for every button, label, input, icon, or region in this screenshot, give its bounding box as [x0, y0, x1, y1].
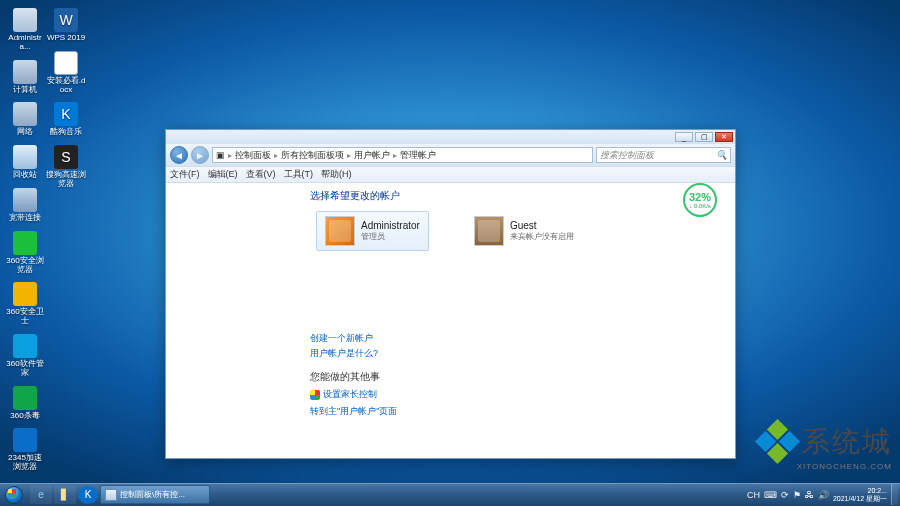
- control-panel-window: _ ▢ ✕ ◄ ► ▣ ▸ 控制面板 ▸ 所有控制面板项 ▸ 用户帐户 ▸ 管理…: [165, 129, 736, 459]
- tencent-mgr-icon: [13, 386, 37, 410]
- other-heading: 您能做的其他事: [310, 370, 715, 384]
- desktop-icon-360-soft[interactable]: 360软件管家: [5, 334, 45, 378]
- account-administrator[interactable]: Administrator 管理员: [316, 211, 429, 251]
- page-heading: 选择希望更改的帐户: [310, 189, 715, 203]
- link-create-account[interactable]: 创建一个新帐户: [310, 332, 715, 345]
- crumb-all[interactable]: 所有控制面板项: [281, 149, 344, 162]
- desktop-icons-col2: WWPS 2019安装必看.docxK酷狗音乐S搜狗高速浏览器: [46, 8, 86, 197]
- crumb-manage[interactable]: 管理帐户: [400, 149, 436, 162]
- desktop-icons-col1: Administra...计算机网络回收站宽带连接360安全浏览器360安全卫士…: [5, 8, 45, 480]
- desktop-icon-quick-bro[interactable]: 2345加速浏览器: [5, 428, 45, 472]
- link-goto-main[interactable]: 转到主"用户帐户"页面: [310, 405, 715, 418]
- menu-item[interactable]: 查看(V): [246, 168, 276, 181]
- desktop-icon-kugou[interactable]: K酷狗音乐: [46, 102, 86, 137]
- icon-label: 360杀毒: [5, 412, 45, 421]
- tray-network-icon[interactable]: 🖧: [805, 490, 814, 500]
- search-icon: 🔍: [716, 150, 727, 160]
- remote-desktop-icon: [13, 188, 37, 212]
- window-thumb-icon: [105, 489, 117, 501]
- pinned-kugou[interactable]: K: [78, 486, 98, 504]
- menu-item[interactable]: 编辑(E): [208, 168, 238, 181]
- link-parental-controls[interactable]: 设置家长控制: [323, 388, 377, 401]
- tray-ime[interactable]: CH: [747, 490, 760, 500]
- task-label: 控制面板\所有控...: [120, 489, 185, 500]
- performance-badge[interactable]: 32% ↓ 0.0K/s: [683, 183, 717, 217]
- wps-icon: W: [54, 8, 78, 32]
- desktop-icon-remote-desktop[interactable]: 宽带连接: [5, 188, 45, 223]
- desktop-icon-360-browser[interactable]: 360安全浏览器: [5, 231, 45, 275]
- chevron-right-icon: ▸: [228, 151, 232, 160]
- clock-date: 2021/4/12 星期一: [833, 495, 887, 502]
- titlebar: _ ▢ ✕: [166, 130, 735, 144]
- maximize-button[interactable]: ▢: [695, 132, 713, 142]
- account-name: Administrator: [361, 220, 420, 233]
- icon-label: 计算机: [5, 86, 45, 95]
- start-button[interactable]: [0, 483, 28, 506]
- taskbar-task-controlpanel[interactable]: 控制面板\所有控...: [100, 485, 210, 504]
- shield-icon: [310, 390, 320, 400]
- watermark-logo-icon: [758, 422, 798, 462]
- desktop-icon-network[interactable]: 网络: [5, 102, 45, 137]
- 360-browser-icon: [13, 231, 37, 255]
- tray-flag-icon[interactable]: ⚑: [793, 490, 801, 500]
- icon-label: 回收站: [5, 171, 45, 180]
- menu-item[interactable]: 帮助(H): [321, 168, 352, 181]
- desktop-icon-wps[interactable]: WWPS 2019: [46, 8, 86, 43]
- install-doc-icon: [54, 51, 78, 75]
- network-icon: [13, 102, 37, 126]
- desktop-icon-sogou[interactable]: S搜狗高速浏览器: [46, 145, 86, 189]
- icon-label: 网络: [5, 128, 45, 137]
- chevron-right-icon: ▸: [274, 151, 278, 160]
- desktop-icon-360-guard[interactable]: 360安全卫士: [5, 282, 45, 326]
- link-what-is-account[interactable]: 用户帐户是什么?: [310, 347, 715, 360]
- system-tray: CH ⌨ ⟳ ⚑ 🖧 🔊 20:2... 2021/4/12 星期一: [747, 484, 900, 505]
- crumb-users[interactable]: 用户帐户: [354, 149, 390, 162]
- crumb-root[interactable]: 控制面板: [235, 149, 271, 162]
- icon-label: 360安全浏览器: [5, 257, 45, 275]
- address-bar: ◄ ► ▣ ▸ 控制面板 ▸ 所有控制面板项 ▸ 用户帐户 ▸ 管理帐户 搜索控…: [166, 144, 735, 166]
- other-links: 设置家长控制 转到主"用户帐户"页面: [310, 386, 715, 418]
- pinned-explorer[interactable]: ▋: [54, 485, 76, 504]
- chevron-right-icon: ▸: [347, 151, 351, 160]
- desktop-icon-install-doc[interactable]: 安装必看.docx: [46, 51, 86, 95]
- icon-label: WPS 2019: [46, 34, 86, 43]
- icon-label: 宽带连接: [5, 214, 45, 223]
- tray-keyboard-icon[interactable]: ⌨: [764, 490, 777, 500]
- minimize-button[interactable]: _: [675, 132, 693, 142]
- back-button[interactable]: ◄: [170, 146, 188, 164]
- icon-label: 2345加速浏览器: [5, 454, 45, 472]
- icon-label: 360安全卫士: [5, 308, 45, 326]
- search-input[interactable]: 搜索控制面板 🔍: [596, 147, 731, 163]
- close-button[interactable]: ✕: [715, 132, 733, 142]
- menu-item[interactable]: 工具(T): [284, 168, 314, 181]
- tray-clock[interactable]: 20:2... 2021/4/12 星期一: [833, 487, 887, 502]
- windows-orb-icon: [5, 486, 23, 504]
- icon-label: 酷狗音乐: [46, 128, 86, 137]
- location-box[interactable]: ▣ ▸ 控制面板 ▸ 所有控制面板项 ▸ 用户帐户 ▸ 管理帐户: [212, 147, 593, 163]
- pinned-ie[interactable]: e: [30, 485, 52, 504]
- desktop-icon-tencent-mgr[interactable]: 360杀毒: [5, 386, 45, 421]
- administrator-icon: [13, 8, 37, 32]
- menu-item[interactable]: 文件(F): [170, 168, 200, 181]
- watermark-text: 系统城: [802, 423, 892, 461]
- computer-icon: [13, 60, 37, 84]
- desktop-icon-computer[interactable]: 计算机: [5, 60, 45, 95]
- avatar-icon: [325, 216, 355, 246]
- icon-label: 360软件管家: [5, 360, 45, 378]
- tray-volume-icon[interactable]: 🔊: [818, 490, 829, 500]
- account-guest[interactable]: Guest 来宾帐户没有启用: [465, 211, 583, 251]
- desktop-icon-administrator[interactable]: Administra...: [5, 8, 45, 52]
- desktop-icon-recycle-bin[interactable]: 回收站: [5, 145, 45, 180]
- control-panel-icon: ▣: [216, 150, 225, 160]
- chevron-right-icon: ▸: [393, 151, 397, 160]
- perf-percent: 32%: [689, 191, 711, 203]
- show-desktop-button[interactable]: [891, 484, 898, 505]
- 360-soft-icon: [13, 334, 37, 358]
- forward-button[interactable]: ►: [191, 146, 209, 164]
- 360-guard-icon: [13, 282, 37, 306]
- icon-label: 搜狗高速浏览器: [46, 171, 86, 189]
- quick-bro-icon: [13, 428, 37, 452]
- watermark-sub: XITONGCHENG.COM: [758, 462, 892, 471]
- tray-updates-icon[interactable]: ⟳: [781, 490, 789, 500]
- perf-rate: ↓ 0.0K/s: [689, 203, 711, 209]
